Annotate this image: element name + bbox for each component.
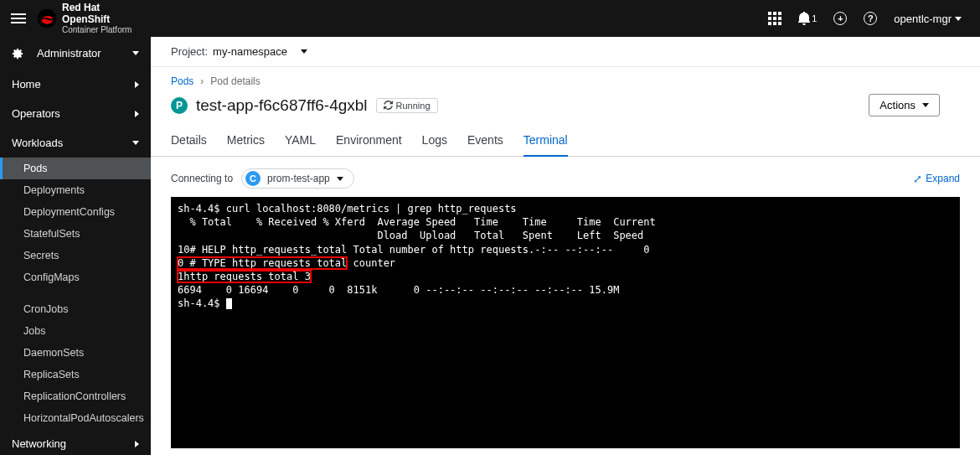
project-label: Project: <box>171 45 208 58</box>
tabs: Details Metrics YAML Environment Logs Ev… <box>151 127 980 157</box>
chevron-down-icon <box>301 49 307 54</box>
apps-icon[interactable] <box>768 12 781 25</box>
sidebar: Administrator Home Operators Workloads P… <box>0 37 151 455</box>
breadcrumb-root[interactable]: Pods <box>171 75 193 87</box>
workloads-submenu: Pods Deployments DeploymentConfigs State… <box>0 158 151 429</box>
tab-environment[interactable]: Environment <box>336 127 402 156</box>
user-menu[interactable]: opentlc-mgr <box>894 13 962 25</box>
chevron-right-icon <box>135 111 139 117</box>
sidebar-item-hpa[interactable]: HorizontalPodAutoscalers <box>0 407 151 429</box>
tab-yaml[interactable]: YAML <box>285 127 316 156</box>
connecting-label: Connecting to <box>171 173 233 184</box>
chevron-down-icon <box>132 51 139 55</box>
sidebar-item-deploymentconfigs[interactable]: DeploymentConfigs <box>0 201 151 223</box>
terminal-prompt: sh-4.4$ <box>178 297 226 309</box>
chevron-down-icon <box>922 103 929 107</box>
hamburger-icon[interactable] <box>0 13 37 23</box>
sync-icon <box>384 101 393 110</box>
container-name: prom-test-app <box>267 173 330 184</box>
container-kind-badge: C <box>245 171 260 186</box>
sidebar-item-home[interactable]: Home <box>0 70 151 99</box>
chevron-right-icon: › <box>200 75 204 87</box>
sidebar-item-networking[interactable]: Networking <box>0 429 151 455</box>
terminal-line: 10# HELP http_requests_total Total numbe… <box>178 244 650 256</box>
terminal-line: sh-4.4$ curl localhost:8080/metrics | gr… <box>178 203 517 215</box>
expand-icon: ⤢ <box>913 173 922 185</box>
terminal-line: % Total % Received % Xferd Average Speed… <box>178 216 656 228</box>
chevron-down-icon <box>132 141 139 145</box>
terminal-line: counter <box>347 257 395 269</box>
sidebar-item-secrets[interactable]: Secrets <box>0 245 151 266</box>
notif-count: 1 <box>812 13 817 23</box>
tab-terminal[interactable]: Terminal <box>524 127 568 157</box>
tab-logs[interactable]: Logs <box>422 127 447 156</box>
username: opentlc-mgr <box>894 13 952 25</box>
breadcrumb: Pods › Pod details <box>151 67 980 90</box>
sidebar-item-workloads[interactable]: Workloads <box>0 128 151 158</box>
brand-line2: OpenShift <box>62 14 132 25</box>
tab-details[interactable]: Details <box>171 127 207 156</box>
pod-kind-badge: P <box>171 97 188 114</box>
page-header: P test-app-f6c687ff6-4gxbl Running Actio… <box>151 90 980 127</box>
chevron-down-icon <box>337 177 343 181</box>
tab-metrics[interactable]: Metrics <box>227 127 265 156</box>
chevron-right-icon <box>135 441 139 447</box>
sidebar-item-configmaps[interactable]: ConfigMaps <box>0 266 151 288</box>
sidebar-item-daemonsets[interactable]: DaemonSets <box>0 342 151 364</box>
cursor-icon <box>226 298 232 309</box>
tab-events[interactable]: Events <box>467 127 503 156</box>
sidebar-item-deployments[interactable]: Deployments <box>0 179 151 201</box>
sidebar-item-replicationcontrollers[interactable]: ReplicationControllers <box>0 385 151 407</box>
perspective-label: Administrator <box>37 47 101 59</box>
terminal[interactable]: sh-4.4$ curl localhost:8080/metrics | gr… <box>171 197 960 448</box>
breadcrumb-leaf: Pod details <box>210 75 260 87</box>
chevron-down-icon <box>955 17 962 21</box>
project-selector[interactable]: Project: my-namespace <box>151 37 980 67</box>
container-selector[interactable]: C prom-test-app <box>241 168 354 189</box>
main: Project: my-namespace Pods › Pod details… <box>151 37 980 455</box>
gear-icon <box>12 48 23 59</box>
project-value: my-namespace <box>213 45 287 58</box>
help-icon[interactable]: ? <box>864 12 877 25</box>
terminal-line: 6694 0 16694 0 0 8151k 0 --:--:-- --:--:… <box>178 284 619 296</box>
chevron-right-icon <box>135 81 139 88</box>
brand-line1: Red Hat <box>62 3 132 13</box>
expand-button[interactable]: ⤢ Expand <box>913 173 960 185</box>
terminal-line-highlight: 0 # TYPE http_requests_total <box>178 257 347 269</box>
brand: Red Hat OpenShift Container Platform <box>37 3 132 34</box>
add-icon[interactable]: + <box>833 12 847 25</box>
terminal-line: Dload Upload Total Spent Left Speed <box>178 230 643 241</box>
sidebar-item-jobs[interactable]: Jobs <box>0 320 151 342</box>
topbar: Red Hat OpenShift Container Platform 1 +… <box>0 0 980 37</box>
redhat-fedora-icon <box>37 8 57 28</box>
terminal-toolbar: Connecting to C prom-test-app ⤢ Expand <box>151 157 980 197</box>
brand-line3: Container Platform <box>62 25 132 34</box>
svg-point-0 <box>38 9 57 28</box>
actions-button[interactable]: Actions <box>869 94 940 116</box>
terminal-line-highlight: 1http_requests_total 3 <box>178 271 311 282</box>
sidebar-item-pods[interactable]: Pods <box>0 158 151 179</box>
sidebar-item-operators[interactable]: Operators <box>0 99 151 128</box>
page-title: test-app-f6c687ff6-4gxbl <box>196 96 368 115</box>
sidebar-item-statefulsets[interactable]: StatefulSets <box>0 223 151 245</box>
perspective-switcher[interactable]: Administrator <box>0 37 151 70</box>
notifications-icon[interactable]: 1 <box>798 12 817 25</box>
status-badge: Running <box>376 98 438 113</box>
sidebar-item-replicasets[interactable]: ReplicaSets <box>0 364 151 385</box>
sidebar-item-cronjobs[interactable]: CronJobs <box>0 298 151 320</box>
